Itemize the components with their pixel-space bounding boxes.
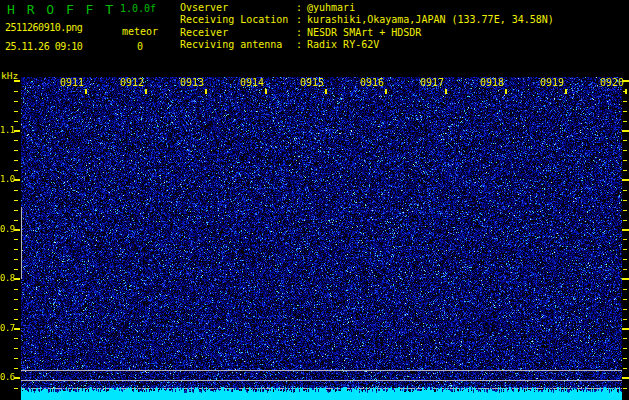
info-value: NESDR SMArt + HDSDR (307, 28, 421, 38)
freq-minor-tick-left (14, 239, 18, 240)
freq-minor-tick-right (623, 170, 627, 171)
freq-tick-label: 0.9 (0, 225, 15, 234)
freq-minor-tick-right (623, 358, 627, 359)
freq-tick-label: 1.0 (0, 175, 15, 184)
freq-minor-tick-left (14, 289, 18, 290)
info-separator: : (296, 3, 302, 13)
freq-minor-tick-left (14, 259, 18, 260)
app-version: 1.0.0f (120, 4, 156, 14)
info-row-antenna: Recviving antenna : Radix RY-62V (180, 40, 629, 51)
freq-minor-tick-right (623, 150, 627, 151)
info-separator: : (296, 40, 302, 50)
freq-minor-tick-left (14, 170, 18, 171)
freq-major-tick-right (622, 377, 629, 379)
freq-minor-tick-right (623, 338, 627, 339)
freq-minor-tick-left (14, 309, 18, 310)
freq-minor-tick-left (14, 160, 18, 161)
freq-minor-tick-left (14, 269, 18, 270)
freq-major-tick-right (622, 179, 629, 181)
time-tick (625, 89, 627, 94)
freq-major-tick-left (14, 229, 20, 231)
freq-minor-tick-left (14, 140, 18, 141)
freq-major-tick-left (14, 179, 20, 181)
freq-minor-tick-right (623, 269, 627, 270)
observation-info: Ovserver : @yuhmari Receiving Location :… (180, 3, 629, 59)
freq-minor-tick-right (623, 190, 627, 191)
freq-minor-tick-right (623, 140, 627, 141)
freq-minor-tick-left (14, 368, 18, 369)
info-value: kurashiki,Okayama,JAPAN (133.77E, 34.58N… (307, 15, 554, 25)
freq-minor-tick-left (14, 101, 18, 102)
freq-minor-tick-right (623, 160, 627, 161)
freq-minor-tick-right (623, 239, 627, 240)
info-separator: : (296, 15, 302, 25)
app-title: H R O F F T (7, 4, 115, 16)
info-label: Recviving antenna (180, 40, 282, 50)
freq-minor-tick-left (14, 150, 18, 151)
freq-minor-tick-right (623, 101, 627, 102)
info-value: @yuhmari (307, 3, 355, 13)
freq-minor-tick-right (623, 388, 627, 389)
freq-major-tick-left (14, 278, 20, 280)
freq-major-tick-right (622, 80, 629, 82)
freq-minor-tick-right (623, 309, 627, 310)
freq-tick-label: 0.6 (0, 373, 15, 382)
freq-minor-tick-right (623, 299, 627, 300)
freq-minor-tick-left (14, 190, 18, 191)
freq-axis-unit-label: kHz (1, 71, 18, 80)
info-row-receiver: Receiver : NESDR SMArt + HDSDR (180, 28, 629, 39)
freq-minor-tick-right (623, 249, 627, 250)
freq-major-tick-right (622, 130, 629, 132)
info-value: Radix RY-62V (307, 40, 379, 50)
freq-minor-tick-left (14, 319, 18, 320)
output-filename: 2511260910.png (5, 23, 82, 33)
freq-minor-tick-left (14, 388, 18, 389)
info-row-location: Receiving Location : kurashiki,Okayama,J… (180, 15, 629, 26)
freq-tick-label: 1.1 (0, 126, 15, 135)
meteor-counter-label: meteor (122, 27, 158, 37)
freq-minor-tick-left (14, 338, 18, 339)
freq-minor-tick-left (14, 210, 18, 211)
hrofft-window: H R O F F T 1.0.0f 2511260910.png meteor… (0, 0, 629, 400)
freq-tick-label: 0.8 (0, 274, 15, 283)
info-label: Receiver (180, 28, 228, 38)
info-label: Ovserver (180, 3, 228, 13)
freq-minor-tick-left (14, 348, 18, 349)
freq-minor-tick-left (14, 358, 18, 359)
freq-minor-tick-left (14, 200, 18, 201)
info-row-observer: Ovserver : @yuhmari (180, 3, 629, 14)
freq-minor-tick-right (623, 200, 627, 201)
freq-minor-tick-right (623, 91, 627, 92)
freq-minor-tick-left (14, 111, 18, 112)
freq-minor-tick-right (623, 368, 627, 369)
freq-major-tick-right (622, 229, 629, 231)
freq-minor-tick-left (14, 121, 18, 122)
freq-major-tick-right (622, 328, 629, 330)
freq-minor-tick-right (623, 289, 627, 290)
freq-minor-tick-right (623, 220, 627, 221)
freq-minor-tick-right (623, 319, 627, 320)
freq-minor-tick-right (623, 121, 627, 122)
spectrogram-canvas (21, 77, 622, 400)
meteor-counter-value: 0 (122, 42, 158, 52)
freq-minor-tick-right (623, 259, 627, 260)
info-separator: : (296, 28, 302, 38)
freq-major-tick-left (14, 328, 20, 330)
freq-minor-tick-left (14, 299, 18, 300)
freq-minor-tick-left (14, 220, 18, 221)
freq-tick-label: 0.7 (0, 324, 15, 333)
freq-minor-tick-right (623, 348, 627, 349)
freq-minor-tick-left (14, 91, 18, 92)
freq-major-tick-left (14, 377, 20, 379)
freq-minor-tick-left (14, 249, 18, 250)
info-label: Receiving Location (180, 15, 288, 25)
freq-minor-tick-right (623, 210, 627, 211)
date-time-label: 25.11.26 09:10 (5, 42, 82, 52)
freq-minor-tick-right (623, 111, 627, 112)
freq-major-tick-left (14, 130, 20, 132)
freq-major-tick-right (622, 278, 629, 280)
